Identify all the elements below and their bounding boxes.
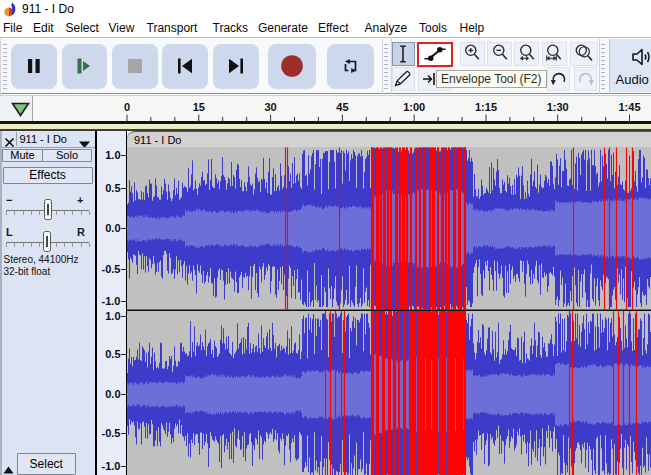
svg-text:1:15: 1:15 <box>475 100 497 112</box>
svg-text:30: 30 <box>264 100 276 112</box>
svg-text:1:00: 1:00 <box>403 100 425 112</box>
svg-text:15: 15 <box>193 100 205 112</box>
svg-text:0: 0 <box>124 100 130 112</box>
svg-text:1:45: 1:45 <box>618 100 640 112</box>
svg-text:45: 45 <box>336 100 348 112</box>
svg-text:1:30: 1:30 <box>547 100 569 112</box>
